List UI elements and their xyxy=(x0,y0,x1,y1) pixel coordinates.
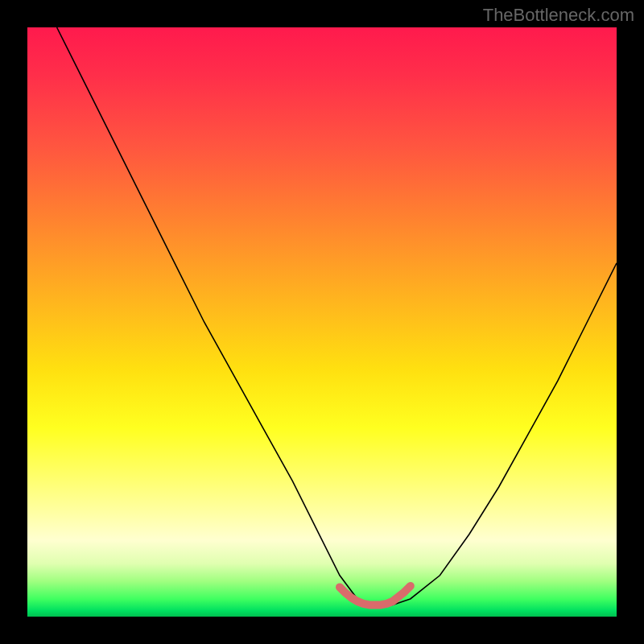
watermark-text: TheBottleneck.com xyxy=(483,5,634,26)
plot-area xyxy=(27,27,617,617)
bottleneck-curve-line xyxy=(57,27,617,605)
chart-svg xyxy=(27,27,617,617)
chart-container: TheBottleneck.com xyxy=(0,0,644,644)
